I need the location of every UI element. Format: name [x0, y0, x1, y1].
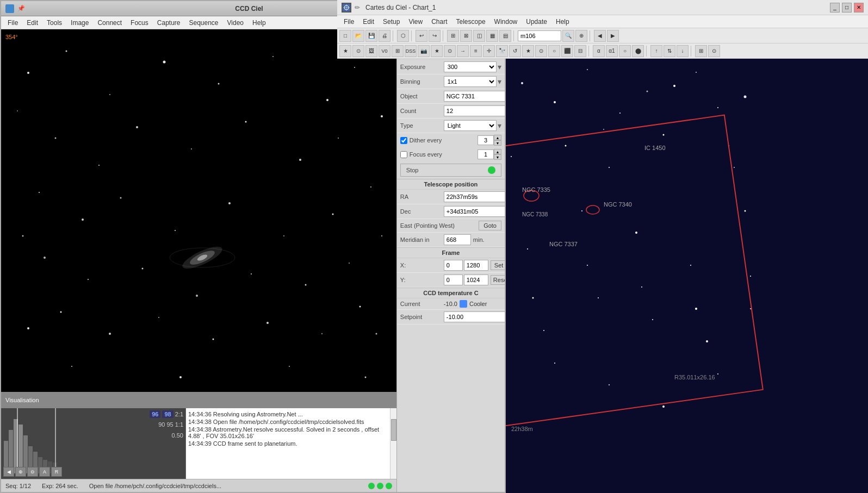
- tb2-star-btn[interactable]: ★: [339, 45, 351, 57]
- log-panel[interactable]: 14:34:36 Resolving using Astrometry.Net …: [186, 408, 390, 479]
- tb-search-btn[interactable]: 🔍: [562, 30, 574, 42]
- tb2-alpha2-btn[interactable]: α1: [606, 45, 618, 57]
- tb-open-btn[interactable]: 📂: [352, 30, 364, 42]
- tb2-zoom6-btn[interactable]: ⊞: [695, 45, 707, 57]
- focus-input[interactable]: [478, 149, 494, 159]
- tb-zoom5-btn[interactable]: ▤: [499, 30, 511, 42]
- tb2-updown-btn[interactable]: ⇅: [664, 45, 675, 57]
- x-start-input[interactable]: [444, 260, 463, 271]
- tb2-alpha-btn[interactable]: α: [593, 45, 605, 57]
- tb-star-btn[interactable]: ⬡: [397, 30, 409, 42]
- hist-auto-btn[interactable]: A: [39, 467, 50, 477]
- y-start-input[interactable]: [444, 274, 463, 285]
- count-input[interactable]: [444, 105, 505, 116]
- type-select[interactable]: Light Dark Flat Bias: [444, 120, 497, 131]
- meridian-input[interactable]: [444, 234, 471, 245]
- tb2-s1-btn[interactable]: ★: [431, 45, 443, 57]
- tb-zoom2-btn[interactable]: ⊠: [460, 30, 472, 42]
- dither-up-btn[interactable]: ▲: [494, 135, 501, 140]
- tb-prev-btn[interactable]: ◀: [594, 30, 606, 42]
- tb-zoom3-btn[interactable]: ◫: [473, 30, 485, 42]
- tb2-grid-btn[interactable]: ⊞: [392, 45, 404, 57]
- focus-checkbox[interactable]: [400, 151, 407, 158]
- object-input[interactable]: [444, 91, 505, 102]
- dither-input[interactable]: [478, 135, 494, 145]
- tb2-measure-btn[interactable]: ⊟: [574, 45, 586, 57]
- tb2-v0-btn[interactable]: V0: [379, 45, 390, 57]
- tb-print-btn[interactable]: 🖨: [379, 30, 390, 42]
- tb2-circle-btn[interactable]: ⊙: [352, 45, 364, 57]
- hist-prev-btn[interactable]: ◀: [3, 467, 14, 477]
- ccdciel-menu-focus[interactable]: Focus: [126, 18, 153, 28]
- tb2-scope-btn[interactable]: 🔭: [496, 45, 508, 57]
- frame-x-set-btn[interactable]: Set: [491, 260, 505, 270]
- cdc-maximize-btn[interactable]: □: [842, 3, 852, 13]
- hist-reset-btn[interactable]: R: [51, 467, 62, 477]
- tb2-sq-btn[interactable]: ⬛: [561, 45, 573, 57]
- tb2-c3-btn[interactable]: ⊙: [708, 45, 720, 57]
- cdc-menu-file[interactable]: File: [339, 17, 358, 27]
- ccdciel-menu-help[interactable]: Help: [248, 18, 270, 28]
- focus-down-btn[interactable]: ▼: [494, 154, 501, 160]
- ccdciel-menu-file[interactable]: File: [3, 18, 22, 28]
- log-scrollbar-thumb[interactable]: [391, 419, 396, 441]
- tb2-c1-btn[interactable]: ⊙: [444, 45, 456, 57]
- tb-zoom4-btn[interactable]: ▦: [486, 30, 498, 42]
- stop-btn[interactable]: Stop: [406, 167, 488, 173]
- dither-checkbox[interactable]: [400, 137, 407, 144]
- tb-target-btn[interactable]: ⊕: [575, 30, 587, 42]
- tb2-filled-btn[interactable]: ⬤: [632, 45, 644, 57]
- cdc-menu-chart[interactable]: Chart: [427, 17, 451, 27]
- ccdciel-menu-capture[interactable]: Capture: [153, 18, 185, 28]
- tb2-dss-btn[interactable]: DSS: [405, 45, 417, 57]
- tb2-up-btn[interactable]: ↑: [650, 45, 662, 57]
- tb2-s2-btn[interactable]: ★: [522, 45, 534, 57]
- tb2-c2-btn[interactable]: ⊙: [535, 45, 547, 57]
- ccdciel-menu-video[interactable]: Video: [223, 18, 248, 28]
- tb2-circ2-btn[interactable]: ○: [548, 45, 560, 57]
- focus-up-btn[interactable]: ▲: [494, 149, 501, 154]
- tb-new-btn[interactable]: □: [339, 30, 351, 42]
- tb-next-btn[interactable]: ▶: [607, 30, 619, 42]
- tb2-camera-btn[interactable]: 📷: [418, 45, 430, 57]
- search-input[interactable]: [518, 30, 561, 41]
- tb2-img-btn[interactable]: 🖼: [365, 45, 377, 57]
- cdc-menu-telescope[interactable]: Telescope: [452, 17, 490, 27]
- tb-undo-btn[interactable]: ↩: [416, 30, 427, 42]
- tb2-down-btn[interactable]: ↓: [677, 45, 689, 57]
- dither-down-btn[interactable]: ▼: [494, 140, 501, 146]
- ccdciel-menu-edit[interactable]: Edit: [22, 18, 42, 28]
- hist-zoom-in-btn[interactable]: ⊕: [15, 467, 26, 477]
- cdc-close-btn[interactable]: ✕: [854, 3, 864, 13]
- ccdciel-menu-connect[interactable]: Connect: [93, 18, 126, 28]
- frame-reset-btn[interactable]: Reset: [491, 275, 505, 285]
- cdc-minimize-btn[interactable]: _: [830, 3, 840, 13]
- tb2-circle3-btn[interactable]: ○: [619, 45, 631, 57]
- ra-input[interactable]: [444, 191, 505, 202]
- tb2-cross-btn[interactable]: ✛: [483, 45, 495, 57]
- tb-redo-btn[interactable]: ↪: [429, 30, 441, 42]
- image-area[interactable]: 354°: [1, 29, 396, 392]
- binning-select[interactable]: 1x1 2x2 3x3: [444, 76, 497, 87]
- y-end-input[interactable]: [464, 274, 488, 285]
- cdc-menu-view[interactable]: View: [404, 17, 427, 27]
- log-scrollbar[interactable]: [390, 408, 396, 479]
- cdc-menu-setup[interactable]: Setup: [379, 17, 404, 27]
- setpoint-input[interactable]: [444, 311, 505, 322]
- ccdciel-menu-image[interactable]: Image: [66, 18, 93, 28]
- tb-zoom1-btn[interactable]: ⊞: [447, 30, 459, 42]
- tb2-sync-btn[interactable]: ↺: [509, 45, 521, 57]
- ccdciel-menu-tools[interactable]: Tools: [42, 18, 66, 28]
- tb2-list-btn[interactable]: ≡: [470, 45, 482, 57]
- ccdciel-menu-sequence[interactable]: Sequence: [185, 18, 223, 28]
- dec-input[interactable]: [444, 206, 505, 217]
- exposure-select[interactable]: 300 60 120 600: [444, 61, 497, 72]
- goto-button[interactable]: Goto: [479, 221, 501, 230]
- cdc-title-pencil[interactable]: ✏: [355, 4, 360, 11]
- ccdciel-pin-icon[interactable]: 📌: [17, 5, 25, 12]
- cdc-menu-update[interactable]: Update: [522, 17, 551, 27]
- cdc-menu-help[interactable]: Help: [551, 17, 574, 27]
- cdc-menu-edit[interactable]: Edit: [358, 17, 379, 27]
- hist-zoom-out-btn[interactable]: ⊖: [27, 467, 38, 477]
- tb-save-btn[interactable]: 💾: [365, 30, 377, 42]
